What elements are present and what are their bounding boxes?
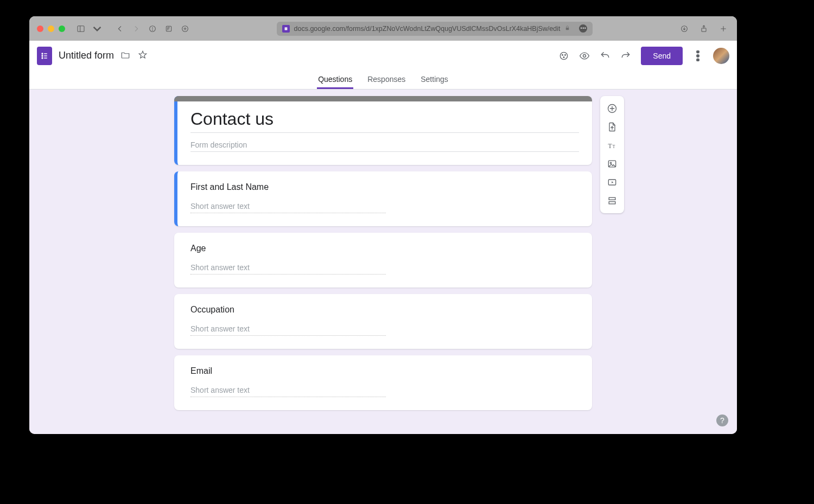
- svg-point-28: [565, 54, 566, 55]
- svg-point-30: [583, 54, 586, 57]
- svg-point-32: [697, 55, 699, 57]
- import-questions-icon[interactable]: [602, 119, 622, 135]
- page-actions-icon[interactable]: •••: [579, 24, 587, 33]
- svg-point-31: [697, 50, 699, 53]
- more-icon[interactable]: [692, 50, 703, 61]
- svg-point-21: [42, 55, 43, 56]
- url-text: docs.google.com/forms/d/1xpZNoVcWodnLtZw…: [294, 25, 561, 33]
- header-tabs: Questions Responses Settings: [29, 71, 737, 89]
- customize-theme-icon[interactable]: [558, 50, 569, 61]
- add-section-icon[interactable]: [602, 193, 622, 209]
- send-button[interactable]: Send: [641, 47, 683, 65]
- avatar[interactable]: [713, 48, 729, 64]
- answer-placeholder: Short answer text: [190, 324, 386, 336]
- tab-responses[interactable]: Responses: [366, 71, 406, 89]
- privacy-report-icon[interactable]: [147, 23, 158, 35]
- svg-point-29: [563, 56, 564, 58]
- svg-marker-43: [612, 181, 613, 183]
- chevron-down-icon[interactable]: [91, 23, 103, 35]
- question-card[interactable]: Age Short answer text: [174, 233, 592, 288]
- lock-icon: [564, 25, 570, 33]
- answer-placeholder: Short answer text: [190, 386, 386, 397]
- window-zoom-button[interactable]: [59, 25, 65, 32]
- address-bar-container: docs.google.com/forms/d/1xpZNoVcWodnLtZw…: [195, 22, 674, 36]
- form-title-card[interactable]: [174, 96, 592, 165]
- question-title[interactable]: First and Last Name: [190, 182, 579, 192]
- svg-text:T: T: [608, 143, 612, 150]
- sidebar-icon[interactable]: [75, 23, 87, 35]
- question-title[interactable]: Age: [190, 244, 579, 253]
- answer-placeholder: Short answer text: [190, 263, 386, 275]
- svg-point-23: [42, 58, 43, 59]
- undo-icon[interactable]: [600, 50, 610, 61]
- question-card[interactable]: Occupation Short answer text: [174, 294, 592, 349]
- back-button[interactable]: [114, 23, 126, 35]
- folder-icon[interactable]: [120, 50, 130, 62]
- svg-text:T: T: [613, 144, 615, 149]
- address-bar[interactable]: docs.google.com/forms/d/1xpZNoVcWodnLtZw…: [277, 22, 593, 36]
- svg-rect-45: [609, 202, 615, 204]
- svg-point-27: [562, 54, 563, 55]
- star-icon[interactable]: [138, 50, 148, 62]
- window-controls: [37, 25, 65, 32]
- new-tab-plus-icon[interactable]: [717, 23, 729, 35]
- svg-marker-25: [139, 51, 147, 58]
- answer-placeholder: Short answer text: [190, 202, 386, 213]
- tab-settings[interactable]: Settings: [419, 71, 449, 89]
- share-icon[interactable]: [698, 23, 710, 35]
- add-title-icon[interactable]: TT: [602, 137, 622, 154]
- app-header: Untitled form Send Questions: [29, 41, 737, 90]
- browser-window: docs.google.com/forms/d/1xpZNoVcWodnLtZw…: [29, 16, 737, 434]
- document-title[interactable]: Untitled form: [59, 50, 114, 61]
- window-close-button[interactable]: [37, 25, 43, 32]
- add-video-icon[interactable]: [602, 174, 622, 190]
- side-toolbar: TT: [600, 96, 624, 213]
- question-title[interactable]: Email: [190, 366, 579, 376]
- browser-toolbar: docs.google.com/forms/d/1xpZNoVcWodnLtZw…: [29, 16, 737, 41]
- redo-icon[interactable]: [620, 50, 631, 61]
- app-body: Untitled form Send Questions: [29, 41, 737, 434]
- new-tab-button[interactable]: [179, 23, 191, 35]
- add-question-icon[interactable]: [602, 100, 622, 117]
- tab-questions[interactable]: Questions: [317, 71, 353, 89]
- svg-rect-12: [566, 28, 569, 30]
- svg-point-26: [561, 52, 568, 59]
- form-description-input[interactable]: [190, 136, 579, 152]
- translate-icon[interactable]: [163, 23, 175, 35]
- svg-rect-0: [78, 25, 84, 31]
- question-title[interactable]: Occupation: [190, 305, 579, 315]
- svg-point-41: [610, 162, 612, 164]
- add-image-icon[interactable]: [602, 156, 622, 172]
- form-canvas: First and Last Name Short answer text Ag…: [29, 90, 737, 434]
- svg-point-33: [697, 59, 699, 61]
- svg-point-4: [152, 29, 153, 30]
- forward-button: [130, 23, 142, 35]
- question-card[interactable]: First and Last Name Short answer text: [174, 171, 592, 226]
- downloads-icon[interactable]: [678, 23, 690, 35]
- preview-icon[interactable]: [579, 50, 590, 61]
- svg-point-19: [42, 53, 43, 54]
- site-favicon: [282, 25, 290, 33]
- svg-rect-44: [609, 197, 615, 200]
- form-title-input[interactable]: [190, 108, 579, 133]
- question-card[interactable]: Email Short answer text: [174, 355, 592, 410]
- google-forms-logo[interactable]: [37, 47, 52, 65]
- window-minimize-button[interactable]: [48, 25, 54, 32]
- help-icon[interactable]: ?: [716, 414, 728, 426]
